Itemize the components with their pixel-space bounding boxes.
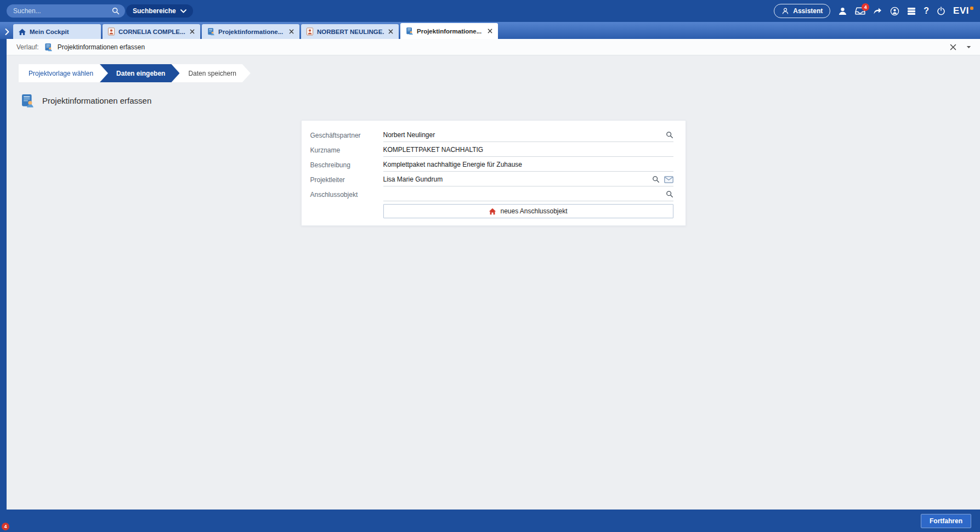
- tab-close-icon[interactable]: [288, 28, 295, 35]
- kurzname-input[interactable]: [383, 146, 673, 154]
- tab-label: Projektinformatione...: [218, 29, 285, 35]
- field-label-geschaeftspartner: Geschäftspartner: [310, 132, 375, 139]
- tab-mein-cockpit[interactable]: Mein Cockpit: [13, 24, 101, 39]
- project-icon: [44, 43, 53, 52]
- search-scope-label: Suchbereiche: [133, 7, 176, 15]
- assistant-person-icon: [781, 7, 789, 15]
- assistant-button[interactable]: Assistent: [774, 4, 830, 18]
- project-icon: [405, 27, 413, 35]
- business-partner-icon: [306, 27, 314, 36]
- search-icon[interactable]: [666, 190, 673, 198]
- help-icon[interactable]: ?: [924, 6, 929, 16]
- user-icon[interactable]: [838, 7, 847, 16]
- wizard-step-label: Daten eingeben: [116, 70, 165, 77]
- inbox-icon[interactable]: 4: [855, 7, 865, 15]
- brand-flame-icon: [970, 7, 973, 10]
- global-search-group: Suchbereiche: [7, 4, 193, 18]
- support-person-icon[interactable]: [890, 7, 899, 16]
- history-bar: Verlauf: Projektinformationen erfassen: [7, 39, 980, 55]
- wizard-step-label: Projektvorlage wählen: [29, 70, 93, 77]
- tab-close-icon[interactable]: [189, 28, 196, 35]
- beschreibung-input[interactable]: [383, 161, 673, 168]
- history-entry[interactable]: Projektinformationen erfassen: [58, 43, 145, 51]
- list-icon[interactable]: [907, 7, 916, 15]
- tab-label: Projektinformatione...: [417, 28, 483, 35]
- tab-label: CORNELIA COMPLE...: [118, 29, 185, 35]
- search-input[interactable]: [13, 7, 112, 15]
- new-connection-object-label: neues Anschlussobjekt: [500, 207, 567, 215]
- field-label-anschlussobjekt: Anschlussobjekt: [310, 191, 375, 199]
- caret-down-icon[interactable]: [966, 46, 971, 49]
- field-kurzname[interactable]: [383, 143, 673, 157]
- search-icon[interactable]: [652, 176, 660, 183]
- main-area: Verlauf: Projektinformationen erfassen P…: [0, 39, 980, 510]
- page-title: Projektinformationen erfassen: [42, 96, 151, 105]
- project-form-card: Geschäftspartner Kurzname Beschreibung P…: [301, 120, 686, 226]
- content-spacer: [7, 226, 980, 510]
- assistant-button-label: Assistent: [793, 7, 823, 15]
- house-icon: [489, 208, 496, 215]
- home-icon: [18, 28, 26, 36]
- top-bar-actions: Assistent 4 ? EVI: [774, 4, 973, 18]
- close-icon[interactable]: [950, 44, 956, 50]
- tab-bar: Mein Cockpit CORNELIA COMPLE... Projekti…: [0, 22, 980, 39]
- projektleiter-input[interactable]: [383, 176, 648, 183]
- global-search-box[interactable]: [7, 4, 125, 18]
- mail-icon[interactable]: [664, 176, 673, 183]
- corner-notification-badge[interactable]: 4: [2, 523, 9, 530]
- tab-close-icon[interactable]: [387, 28, 394, 35]
- search-icon[interactable]: [112, 7, 120, 15]
- tab-label: NORBERT NEULINGE...: [317, 29, 384, 35]
- tab-close-icon[interactable]: [486, 27, 494, 35]
- project-form: Geschäftspartner Kurzname Beschreibung P…: [310, 128, 673, 217]
- tab-label: Mein Cockpit: [30, 29, 97, 35]
- search-icon[interactable]: [666, 131, 673, 139]
- field-projektleiter[interactable]: [383, 173, 673, 186]
- field-label-kurzname: Kurzname: [310, 146, 375, 154]
- new-connection-object-button[interactable]: neues Anschlussobjekt: [383, 204, 673, 218]
- geschaeftspartner-input[interactable]: [383, 131, 661, 139]
- tab-norbert-neulinger[interactable]: NORBERT NEULINGE...: [301, 24, 399, 39]
- tab-overflow-chevron-icon[interactable]: [1, 24, 13, 39]
- wizard-step-label: Daten speichern: [188, 70, 236, 77]
- content-area: Verlauf: Projektinformationen erfassen P…: [7, 39, 980, 510]
- wizard-step-daten-speichern[interactable]: Daten speichern: [172, 64, 250, 82]
- collapsed-side-panel[interactable]: [0, 39, 7, 510]
- brand-text: EVI: [953, 5, 969, 16]
- notification-badge: 4: [862, 3, 869, 11]
- history-label: Verlauf:: [16, 43, 39, 51]
- wizard-steps: Projektvorlage wählen Daten eingeben Dat…: [19, 64, 980, 82]
- project-icon: [207, 27, 215, 36]
- top-bar: Suchbereiche Assistent 4: [0, 0, 980, 22]
- continue-button[interactable]: Fortfahren: [921, 514, 971, 528]
- wizard-step-daten-eingeben[interactable]: Daten eingeben: [100, 64, 179, 82]
- bottom-action-bar: Fortfahren: [0, 510, 980, 532]
- field-anschlussobjekt[interactable]: [383, 188, 673, 201]
- business-partner-icon: [107, 27, 115, 36]
- anschlussobjekt-input[interactable]: [383, 190, 661, 198]
- tab-projektinformationen-1[interactable]: Projektinformatione...: [202, 24, 299, 39]
- tab-cornelia-comple[interactable]: CORNELIA COMPLE...: [103, 24, 200, 39]
- field-label-projektleiter: Projektleiter: [310, 176, 375, 184]
- search-scope-button[interactable]: Suchbereiche: [126, 4, 193, 18]
- page-title-row: Projektinformationen erfassen: [20, 93, 980, 108]
- field-geschaeftspartner[interactable]: [383, 128, 673, 142]
- field-label-beschreibung: Beschreibung: [310, 161, 375, 169]
- wizard-step-projektvorlage-waehlen[interactable]: Projektvorlage wählen: [19, 64, 107, 82]
- history-actions: [950, 44, 971, 50]
- project-icon: [20, 93, 35, 108]
- chevron-down-icon: [180, 9, 186, 13]
- forward-arrow-icon[interactable]: [873, 7, 882, 15]
- brand-logo: EVI: [953, 5, 973, 16]
- power-icon[interactable]: [937, 7, 945, 15]
- field-beschreibung[interactable]: [383, 158, 673, 172]
- tab-projektinformationen-active[interactable]: Projektinformatione...: [400, 23, 498, 39]
